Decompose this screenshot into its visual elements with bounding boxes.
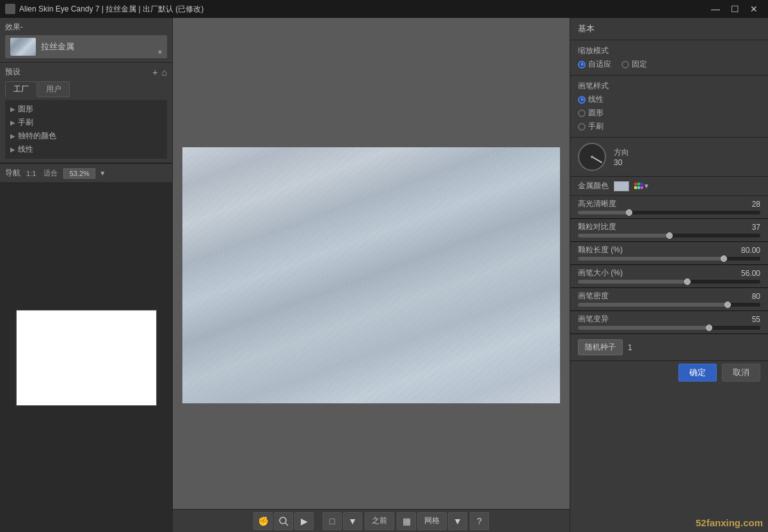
dial-center-dot: [591, 156, 593, 158]
brush-density-slider[interactable]: [578, 303, 760, 307]
effect-dropdown-arrow[interactable]: ▼: [157, 49, 163, 56]
grain-contrast-slider[interactable]: [578, 234, 760, 238]
svg-rect-2: [634, 182, 637, 185]
titlebar: Alien Skin Eye Candy 7 | 拉丝金属 | 出厂默认 (已修…: [0, 0, 768, 18]
tree-item-label: 圆形: [18, 104, 33, 115]
zoom-mode-label: 缩放模式: [578, 45, 760, 56]
brush-variation-thumb[interactable]: [706, 325, 712, 331]
brush-linear-radio[interactable]: 线性: [578, 94, 760, 105]
direction-section: 方向 30: [570, 138, 768, 177]
brush-variation-slider[interactable]: [578, 326, 760, 330]
tree-item-label: 手刷: [18, 117, 33, 128]
tree-list: ▶ 圆形 ▶ 手刷 ▶ 独特的颜色 ▶ 线性: [5, 100, 167, 159]
preset-section: 预设 + ⌂ 工厂 用户 ▶ 圆形 ▶ 手刷: [0, 63, 172, 163]
effect-thumbnail: [10, 38, 36, 56]
nav-fit-button[interactable]: 适合: [42, 168, 60, 179]
canvas-btn[interactable]: □: [323, 512, 342, 530]
color-swatch[interactable]: [614, 181, 629, 191]
tab-factory[interactable]: 工厂: [5, 81, 37, 97]
grain-length-fill: [578, 257, 724, 261]
brush-size-section: 画笔大小 (%) 56.00: [570, 265, 768, 288]
main-layout: 效果- 拉丝金属 ▼ 预设 + ⌂ 工厂 用户 ▶: [0, 18, 768, 532]
grain-length-slider[interactable]: [578, 257, 760, 261]
grid-btn[interactable]: ▦: [397, 512, 416, 530]
hand-tool-button[interactable]: ✊: [253, 512, 273, 530]
dial-needle: [592, 156, 603, 163]
brush-size-slider[interactable]: [578, 280, 760, 284]
direction-info: 方向 30: [614, 147, 629, 167]
grid-label[interactable]: 网格: [417, 512, 447, 530]
preset-tabs: 工厂 用户: [5, 81, 167, 97]
brush-size-value: 56.00: [735, 269, 760, 278]
preset-header: 预设 + ⌂: [5, 67, 167, 77]
color-picker-icon[interactable]: ▼: [634, 181, 650, 191]
preset-actions: + ⌂: [152, 68, 167, 77]
highlight-label-row: 高光清晰度 28: [578, 198, 760, 209]
cancel-button[interactable]: 取消: [722, 364, 760, 382]
right-bottom-confirm: 确定 取消: [570, 360, 768, 383]
brush-variation-fill: [578, 326, 709, 330]
tree-item-label: 线性: [18, 144, 33, 155]
highlight-fill: [578, 211, 629, 214]
zoom-tool-button[interactable]: [274, 512, 293, 530]
canvas-preview: [182, 147, 560, 403]
bottom-toolbar: ✊ ▶ □ ▼ 之前 ▦ 网格 ▼ ?: [173, 509, 570, 532]
highlight-clarity-section: 高光清晰度 28: [570, 196, 768, 219]
brush-size-thumb[interactable]: [684, 278, 691, 285]
close-button[interactable]: ✕: [745, 0, 763, 18]
minimize-button[interactable]: —: [707, 0, 724, 18]
grain-contrast-section: 颗粒对比度 37: [570, 219, 768, 242]
brush-hand-label: 手刷: [588, 121, 604, 132]
effect-item[interactable]: 拉丝金属 ▼: [5, 35, 167, 58]
help-button[interactable]: ?: [470, 512, 489, 530]
zoom-adaptive-radio[interactable]: 自适应: [578, 59, 611, 70]
zoom-fixed-radio[interactable]: 固定: [621, 59, 647, 70]
brush-hand-radio[interactable]: 手刷: [578, 121, 760, 132]
direction-label: 方向: [614, 147, 629, 158]
home-preset-button[interactable]: ⌂: [162, 68, 167, 77]
grain-length-value: 80.00: [735, 246, 760, 255]
direction-dial[interactable]: [578, 143, 606, 171]
tree-arrow: ▶: [10, 106, 15, 113]
seed-value: 1: [628, 343, 632, 352]
canvas-dropdown[interactable]: ▼: [343, 512, 362, 530]
brush-density-label: 画笔密度: [578, 291, 609, 302]
list-item[interactable]: ▶ 线性: [5, 143, 167, 156]
list-item[interactable]: ▶ 独特的颜色: [5, 129, 167, 143]
tree-item-label: 独特的颜色: [18, 131, 56, 141]
confirm-button[interactable]: 确定: [678, 364, 717, 382]
add-preset-button[interactable]: +: [152, 68, 157, 77]
tree-arrow: ▶: [10, 146, 15, 153]
brush-density-value: 80: [735, 292, 760, 301]
brush-circle-label: 圆形: [588, 108, 604, 118]
grain-contrast-thumb[interactable]: [666, 232, 673, 239]
window-title: Alien Skin Eye Candy 7 | 拉丝金属 | 出厂默认 (已修…: [19, 4, 204, 15]
tab-user[interactable]: 用户: [38, 81, 70, 97]
random-seed-button[interactable]: 随机种子: [578, 339, 623, 355]
highlight-thumb[interactable]: [626, 209, 632, 216]
nav-zoom-dropdown-arrow[interactable]: ▼: [99, 170, 106, 177]
radio-dot-hand: [578, 123, 586, 131]
nav-zoom-input[interactable]: [63, 168, 95, 179]
zoom-fixed-label: 固定: [632, 59, 647, 70]
grain-length-thumb[interactable]: [721, 255, 727, 262]
restore-button[interactable]: ☐: [726, 0, 744, 18]
brush-linear-label: 线性: [588, 94, 604, 105]
before-button[interactable]: 之前: [365, 512, 394, 530]
brush-variation-label-row: 画笔变异 55: [578, 314, 760, 325]
highlight-clarity-slider[interactable]: [578, 211, 760, 214]
list-item[interactable]: ▶ 手刷: [5, 116, 167, 129]
brush-size-label: 画笔大小 (%): [578, 268, 623, 278]
brush-density-thumb[interactable]: [724, 302, 731, 308]
svg-rect-5: [634, 186, 637, 189]
arrow-tool-button[interactable]: ▶: [294, 512, 314, 530]
effect-section: 效果- 拉丝金属 ▼: [0, 18, 172, 63]
svg-rect-3: [637, 182, 640, 185]
nav-label: 导航: [5, 168, 20, 179]
brush-circle-radio[interactable]: 圆形: [578, 108, 760, 118]
color-label: 金属颜色: [578, 181, 609, 191]
radio-dot-active: [578, 61, 586, 69]
grid-dropdown[interactable]: ▼: [448, 512, 467, 530]
nav-ratio-button[interactable]: 1:1: [24, 169, 38, 178]
list-item[interactable]: ▶ 圆形: [5, 102, 167, 116]
